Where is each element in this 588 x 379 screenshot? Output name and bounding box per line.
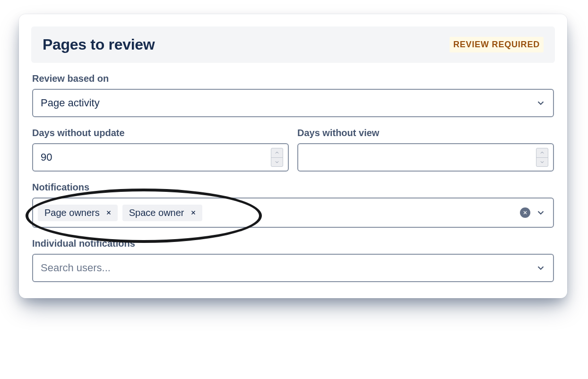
panel-header: Pages to review REVIEW REQUIRED bbox=[31, 26, 555, 63]
chevron-down-icon[interactable] bbox=[535, 262, 546, 274]
step-down-icon[interactable] bbox=[536, 158, 548, 167]
days-no-update-value: 90 bbox=[41, 151, 52, 164]
number-stepper[interactable] bbox=[271, 148, 283, 167]
review-basis-select[interactable]: Page activity bbox=[32, 89, 554, 117]
tag-label: Space owner bbox=[129, 207, 184, 218]
remove-tag-icon[interactable] bbox=[104, 208, 113, 217]
clear-all-icon[interactable] bbox=[520, 207, 530, 218]
days-no-view-label: Days without view bbox=[297, 128, 554, 138]
step-down-icon[interactable] bbox=[271, 158, 283, 167]
step-up-icon[interactable] bbox=[271, 148, 283, 158]
tag-label: Page owners bbox=[44, 207, 100, 218]
review-required-badge: REVIEW REQUIRED bbox=[450, 37, 544, 52]
individual-notifications-select[interactable]: Search users... bbox=[32, 254, 554, 282]
review-basis-label: Review based on bbox=[32, 73, 554, 84]
notifications-multiselect[interactable]: Page owners Space owner bbox=[32, 198, 554, 228]
panel-title: Pages to review bbox=[43, 36, 155, 53]
days-no-view-input[interactable] bbox=[297, 143, 554, 172]
days-no-update-label: Days without update bbox=[32, 128, 289, 138]
individual-placeholder: Search users... bbox=[41, 262, 111, 274]
notification-tag: Space owner bbox=[122, 205, 202, 221]
individual-notifications-label: Individual notifications bbox=[32, 238, 554, 249]
chevron-down-icon[interactable] bbox=[535, 97, 546, 109]
step-up-icon[interactable] bbox=[536, 148, 548, 158]
remove-tag-icon[interactable] bbox=[189, 208, 198, 217]
notifications-label: Notifications bbox=[32, 182, 554, 193]
days-no-update-input[interactable]: 90 bbox=[32, 143, 289, 172]
number-stepper[interactable] bbox=[536, 148, 548, 167]
pages-to-review-panel: Pages to review REVIEW REQUIRED Review b… bbox=[19, 14, 567, 298]
form: Review based on Page activity Days witho… bbox=[31, 73, 555, 282]
review-basis-value: Page activity bbox=[41, 97, 100, 109]
notification-tag: Page owners bbox=[38, 205, 118, 221]
chevron-down-icon[interactable] bbox=[535, 207, 546, 218]
